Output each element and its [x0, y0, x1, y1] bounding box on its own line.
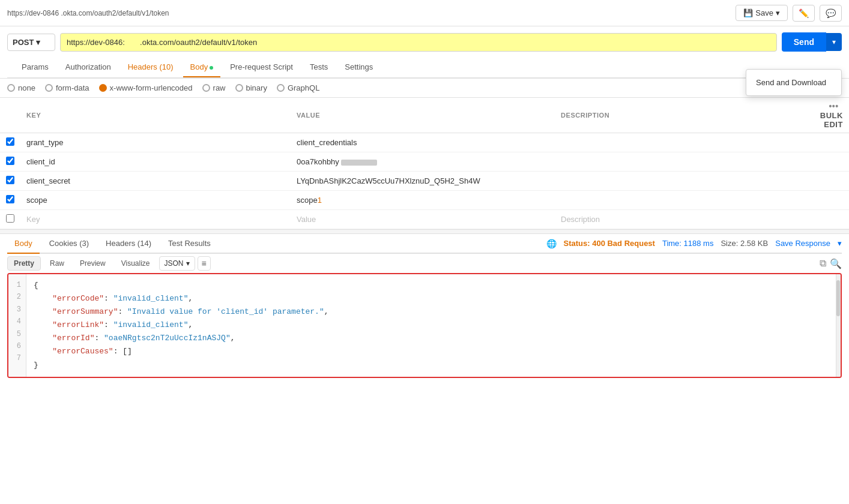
- row-checkbox-1[interactable]: [6, 137, 14, 146]
- table-row: scope scope1: [0, 191, 849, 210]
- radio-form-data[interactable]: form-data: [45, 83, 89, 92]
- table-row: client_id 0oa7kohbhy: [0, 152, 849, 172]
- params-table: KEY VALUE DESCRIPTION ••• Bulk Edit gran…: [0, 98, 849, 229]
- response-meta: 🌐 Status: 400 Bad Request Time: 1188 ms …: [546, 239, 842, 248]
- radio-circle-form-data: [45, 84, 53, 92]
- body-dot: [210, 66, 213, 70]
- fmt-tab-visualize[interactable]: Visualize: [115, 256, 157, 271]
- response-tab-body[interactable]: Body: [7, 234, 40, 254]
- row-checkbox-4[interactable]: [6, 195, 14, 203]
- radio-circle-raw: [202, 84, 210, 92]
- fmt-tab-preview[interactable]: Preview: [73, 256, 112, 271]
- row-desc-1: [555, 133, 801, 152]
- row-key-1: grant_type: [20, 133, 291, 152]
- row-desc-empty: Description: [555, 210, 801, 229]
- right-scrollbar[interactable]: [836, 274, 841, 377]
- row-key-2: client_id: [20, 152, 291, 172]
- radio-circle-urlencoded: [99, 84, 107, 92]
- top-bar: https://dev-0846 .okta.com/oauth2/defaul…: [0, 0, 849, 26]
- request-area: POST ▾ Send ▾ Params Authorization Heade…: [0, 26, 849, 79]
- radio-none[interactable]: none: [7, 83, 35, 92]
- response-area: Body Cookies (3) Headers (14) Test Resul…: [0, 234, 849, 378]
- search-button[interactable]: 🔍: [830, 258, 842, 269]
- method-select[interactable]: POST ▾: [7, 34, 55, 51]
- response-tab-headers[interactable]: Headers (14): [98, 234, 159, 254]
- format-row: Pretty Raw Preview Visualize JSON ▾ ≡ ⧉ …: [7, 254, 842, 273]
- save-response-button[interactable]: Save Response: [775, 239, 830, 248]
- tab-body[interactable]: Body: [183, 58, 221, 77]
- row-value-empty: Value: [291, 210, 555, 229]
- radio-label-form-data: form-data: [56, 83, 89, 92]
- url-input[interactable]: [60, 33, 777, 52]
- radio-binary[interactable]: binary: [235, 83, 267, 92]
- response-tab-test-results[interactable]: Test Results: [161, 234, 218, 254]
- scrollbar-thumb: [836, 280, 840, 316]
- edit-button[interactable]: ✏️: [793, 5, 815, 22]
- row-desc-4: [555, 191, 801, 210]
- response-time: Time: 1188 ms: [662, 239, 714, 248]
- radio-label-urlencoded: x-www-form-urlencoded: [110, 83, 193, 92]
- save-button[interactable]: 💾 Save ▾: [736, 5, 788, 21]
- save-response-chevron-icon[interactable]: ▾: [838, 239, 842, 248]
- radio-label-binary: binary: [246, 83, 267, 92]
- response-tab-cookies[interactable]: Cookies (3): [42, 234, 96, 254]
- radio-raw[interactable]: raw: [202, 83, 226, 92]
- response-tabs: Body Cookies (3) Headers (14) Test Resul…: [7, 234, 218, 253]
- response-size: Size: 2.58 KB: [721, 239, 768, 248]
- row-checkbox-3[interactable]: [6, 176, 14, 184]
- section-divider: [0, 229, 849, 234]
- row-value-4: scope1: [291, 191, 555, 210]
- fmt-tab-raw[interactable]: Raw: [43, 256, 71, 271]
- response-tabs-row: Body Cookies (3) Headers (14) Test Resul…: [7, 234, 842, 254]
- send-download-popup: Send and Download: [746, 69, 842, 96]
- json-format-select[interactable]: JSON ▾: [159, 256, 195, 271]
- tab-tests[interactable]: Tests: [303, 58, 335, 77]
- tab-authorization[interactable]: Authorization: [58, 58, 118, 77]
- radio-urlencoded[interactable]: x-www-form-urlencoded: [99, 83, 193, 92]
- save-chevron-icon: ▾: [776, 8, 780, 17]
- radio-circle-binary: [235, 84, 243, 92]
- json-viewer: 1234567 { "errorCode": "invalid_client",…: [7, 273, 842, 378]
- row-checkbox-empty[interactable]: [6, 214, 14, 223]
- row-checkbox-2[interactable]: [6, 157, 14, 165]
- status-badge: Status: 400 Bad Request: [564, 239, 655, 248]
- row-key-3: client_secret: [20, 172, 291, 191]
- radio-graphql[interactable]: GraphQL: [277, 83, 319, 92]
- row-value-3: LYqDnbAShjlK2CazW5ccUu7HXlznuD_Q5H2_Sh4W: [291, 172, 555, 191]
- fmt-tab-pretty[interactable]: Pretty: [7, 256, 41, 271]
- send-dropdown-button[interactable]: ▾: [826, 33, 842, 51]
- radio-label-graphql: GraphQL: [288, 83, 319, 92]
- top-bar-actions: 💾 Save ▾ ✏️ 💬: [736, 5, 842, 22]
- bulk-edit-button[interactable]: Bulk Edit: [820, 111, 843, 129]
- method-label: POST: [13, 38, 34, 47]
- radio-label-raw: raw: [213, 83, 226, 92]
- radio-label-none: none: [18, 83, 35, 92]
- json-content: { "errorCode": "invalid_client", "errorS…: [26, 274, 836, 377]
- line-numbers: 1234567: [8, 274, 26, 377]
- tab-headers[interactable]: Headers (10): [121, 58, 181, 77]
- radio-circle-none: [7, 84, 15, 92]
- send-button-group: Send ▾: [782, 32, 842, 52]
- copy-button[interactable]: ⧉: [820, 258, 826, 269]
- table-row: grant_type client_credentials: [0, 133, 849, 152]
- row-value-1: client_credentials: [291, 133, 555, 152]
- save-label: Save: [755, 8, 773, 17]
- wrap-icon[interactable]: ≡: [198, 256, 211, 271]
- tab-pre-request[interactable]: Pre-request Script: [223, 58, 300, 77]
- send-and-download-item[interactable]: Send and Download: [746, 73, 841, 92]
- more-options-icon[interactable]: •••: [829, 101, 838, 111]
- row-key-empty: Key: [20, 210, 291, 229]
- save-icon: 💾: [743, 8, 753, 17]
- tab-settings[interactable]: Settings: [337, 58, 380, 77]
- radio-circle-graphql: [277, 84, 285, 92]
- th-actions: ••• Bulk Edit: [801, 98, 849, 133]
- globe-icon: 🌐: [546, 239, 557, 248]
- tab-params[interactable]: Params: [14, 58, 56, 77]
- table-row: client_secret LYqDnbAShjlK2CazW5ccUu7HXl…: [0, 172, 849, 191]
- json-format-chevron-icon: ▾: [186, 259, 190, 268]
- send-button[interactable]: Send: [782, 32, 826, 52]
- url-row: POST ▾ Send ▾: [7, 32, 842, 52]
- comment-button[interactable]: 💬: [820, 5, 842, 22]
- method-chevron-icon: ▾: [36, 38, 40, 47]
- th-value: VALUE: [291, 98, 555, 133]
